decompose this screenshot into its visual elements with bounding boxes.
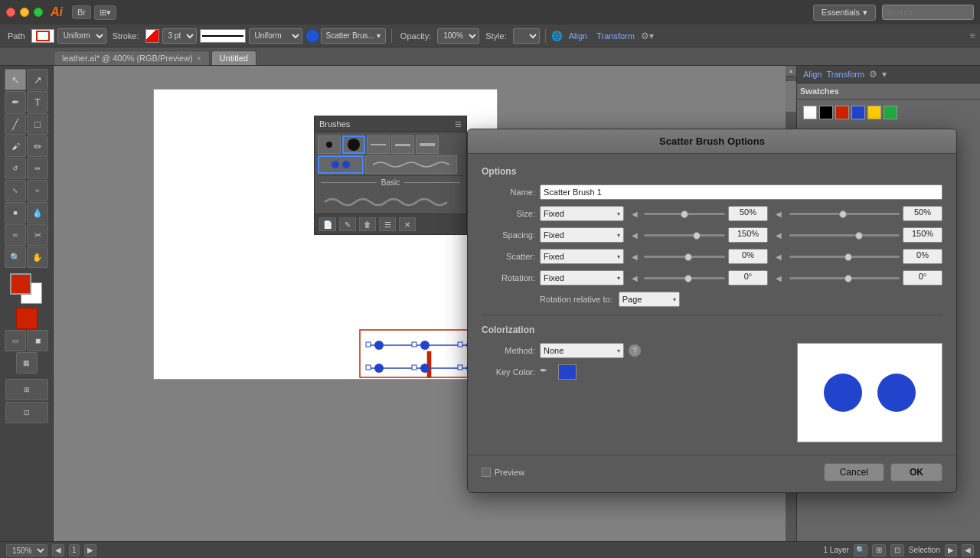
ok-button[interactable]: OK bbox=[890, 463, 942, 481]
rect-tool[interactable]: □ bbox=[27, 113, 48, 135]
rotation-value-box[interactable]: 0° bbox=[728, 270, 768, 286]
br-button[interactable]: Br bbox=[72, 5, 91, 19]
zoom-tool[interactable]: 🔍 bbox=[5, 246, 26, 268]
spacing-slider-thumb[interactable] bbox=[693, 232, 701, 240]
view-btn[interactable]: ⊞▾ bbox=[94, 5, 116, 20]
rotation-slider[interactable] bbox=[644, 272, 725, 283]
scatter-slider2[interactable] bbox=[789, 251, 900, 262]
opacity-select[interactable]: 100% bbox=[437, 28, 479, 44]
brushes-panel-header[interactable]: Brushes ☰ bbox=[315, 116, 466, 132]
maximize-button[interactable] bbox=[34, 8, 43, 17]
pen-tool[interactable]: ✒ bbox=[5, 91, 26, 113]
spacing-slider2-thumb[interactable] bbox=[855, 232, 863, 240]
swatch-black[interactable] bbox=[819, 106, 833, 119]
brush-swatch-wavy[interactable] bbox=[365, 155, 457, 174]
brush-swatch-blue-dots[interactable] bbox=[318, 155, 364, 174]
scroll-thumb[interactable] bbox=[786, 81, 796, 112]
zoom-select[interactable]: 150% bbox=[6, 544, 47, 556]
style-select[interactable] bbox=[513, 28, 540, 44]
options-brush-btn[interactable]: ☰ bbox=[379, 217, 396, 231]
page-num-btn[interactable]: 1 bbox=[69, 544, 80, 556]
search-input[interactable] bbox=[882, 5, 974, 20]
next-page-btn[interactable]: ▶ bbox=[84, 544, 96, 556]
art-mode-btn[interactable]: ▦ bbox=[16, 352, 38, 374]
scatter-left-arrow[interactable]: ◀ bbox=[629, 250, 641, 263]
rotation-left-arrow[interactable]: ◀ bbox=[629, 272, 641, 284]
scatter-slider[interactable] bbox=[644, 251, 725, 262]
direct-selection-tool[interactable]: ↗ bbox=[27, 69, 48, 90]
edit-brush-btn[interactable]: ✎ bbox=[339, 217, 356, 231]
size-slider2-thumb[interactable] bbox=[839, 210, 847, 218]
size-slider[interactable] bbox=[644, 208, 725, 219]
minimize-button[interactable] bbox=[20, 8, 29, 17]
warp-tool[interactable]: ≈ bbox=[27, 180, 48, 201]
essentials-button[interactable]: Essentials ▾ bbox=[813, 5, 876, 21]
align-panel-btn[interactable]: Align bbox=[803, 70, 822, 79]
rotation-slider-thumb[interactable] bbox=[684, 275, 692, 282]
trash-brush-btn[interactable]: ✕ bbox=[399, 217, 416, 231]
fg-color-box[interactable] bbox=[10, 273, 31, 295]
keycolor-swatch[interactable] bbox=[558, 364, 577, 380]
panel-chevron-icon[interactable]: ▾ bbox=[882, 69, 887, 80]
brush-swatch-dash2[interactable] bbox=[391, 135, 414, 154]
size-slider-thumb[interactable] bbox=[681, 210, 688, 218]
delete-brush-btn[interactable]: 🗑 bbox=[359, 217, 376, 231]
scatter-value-box[interactable]: 0% bbox=[728, 249, 768, 264]
panel-toggle[interactable]: ≡ bbox=[969, 30, 975, 41]
line-tool[interactable]: ╱ bbox=[5, 113, 26, 135]
brush-swatch-dot-large[interactable] bbox=[342, 135, 365, 154]
reflect-tool[interactable]: ⇔ bbox=[27, 158, 48, 179]
brush-type-select[interactable]: Uniform bbox=[249, 28, 302, 44]
rotation-slider2-thumb[interactable] bbox=[844, 275, 852, 282]
pencil-tool[interactable]: ✏ bbox=[27, 135, 48, 157]
panel-settings-icon[interactable]: ⚙ bbox=[869, 69, 877, 80]
spacing-right-arrow[interactable]: ◀ bbox=[773, 229, 785, 241]
rotate-tool[interactable]: ↺ bbox=[5, 158, 26, 179]
spacing-value-box[interactable]: 150% bbox=[728, 227, 768, 243]
layer-visibility-btn[interactable]: ⊞ bbox=[5, 379, 48, 400]
colorization-info-icon[interactable]: ? bbox=[629, 344, 641, 357]
cancel-button[interactable]: Cancel bbox=[824, 463, 884, 481]
search-bottom-btn[interactable]: 🔍 bbox=[854, 544, 867, 556]
stroke-width-select[interactable]: 3 pt bbox=[162, 28, 197, 44]
align-btn[interactable]: Align bbox=[566, 30, 590, 42]
close-button[interactable] bbox=[6, 8, 15, 17]
swatch-green[interactable] bbox=[884, 106, 897, 119]
transform-panel-btn[interactable]: Transform bbox=[826, 70, 864, 79]
tab-leather[interactable]: leather.ai* @ 400% (RGB/Preview) × bbox=[54, 51, 210, 65]
type-tool[interactable]: T bbox=[27, 91, 48, 113]
brush-swatch-dot-small[interactable] bbox=[318, 135, 341, 154]
stroke-color-btn[interactable] bbox=[145, 29, 159, 43]
scatter-slider2-thumb[interactable] bbox=[844, 253, 852, 261]
scroll-top-arrow[interactable]: ▲ bbox=[786, 66, 796, 77]
stroke-type-select[interactable]: Uniform bbox=[57, 28, 106, 44]
cs-live-btn[interactable]: ⊡ bbox=[890, 544, 904, 556]
transform-btn[interactable]: Transform bbox=[593, 30, 638, 42]
rotation-right-arrow[interactable]: ◀ bbox=[773, 272, 785, 284]
tab-untitled[interactable]: Untitled bbox=[211, 51, 256, 65]
spacing-left-arrow[interactable]: ◀ bbox=[629, 229, 641, 241]
preview-checkbox[interactable] bbox=[482, 468, 491, 477]
selection-collapse-btn[interactable]: ◀ bbox=[962, 544, 974, 556]
screen-mode-btn[interactable]: ▭ bbox=[5, 330, 26, 351]
eyedropper-btn[interactable]: ✒ bbox=[540, 365, 554, 379]
swatch-yellow[interactable] bbox=[867, 106, 881, 119]
options-btn[interactable]: ⚙▾ bbox=[641, 31, 654, 41]
hand-tool[interactable]: ✋ bbox=[27, 246, 48, 268]
color-mode-btn[interactable] bbox=[16, 308, 38, 329]
artboard-btn[interactable]: ⊞ bbox=[872, 544, 886, 556]
name-input[interactable] bbox=[540, 184, 942, 200]
spacing-type-dropdown[interactable]: Fixed ▾ bbox=[540, 227, 624, 243]
new-brush-btn[interactable]: 📄 bbox=[319, 217, 336, 231]
brushes-panel-menu-btn[interactable]: ☰ bbox=[455, 120, 462, 129]
prev-page-btn[interactable]: ◀ bbox=[52, 544, 64, 556]
swatch-blue[interactable] bbox=[851, 106, 865, 119]
method-dropdown[interactable]: None ▾ bbox=[540, 343, 624, 358]
size-slider2[interactable] bbox=[789, 208, 900, 219]
scatter-brush-btn[interactable]: Scatter Brus... ▾ bbox=[305, 28, 386, 44]
size-left-arrow[interactable]: ◀ bbox=[629, 207, 641, 220]
scatter-type-dropdown[interactable]: Fixed ▾ bbox=[540, 249, 624, 264]
scatter-right-arrow[interactable]: ◀ bbox=[773, 250, 785, 263]
paintbrush-tool[interactable]: 🖌 bbox=[5, 135, 26, 157]
fill-color-btn[interactable] bbox=[31, 29, 54, 43]
